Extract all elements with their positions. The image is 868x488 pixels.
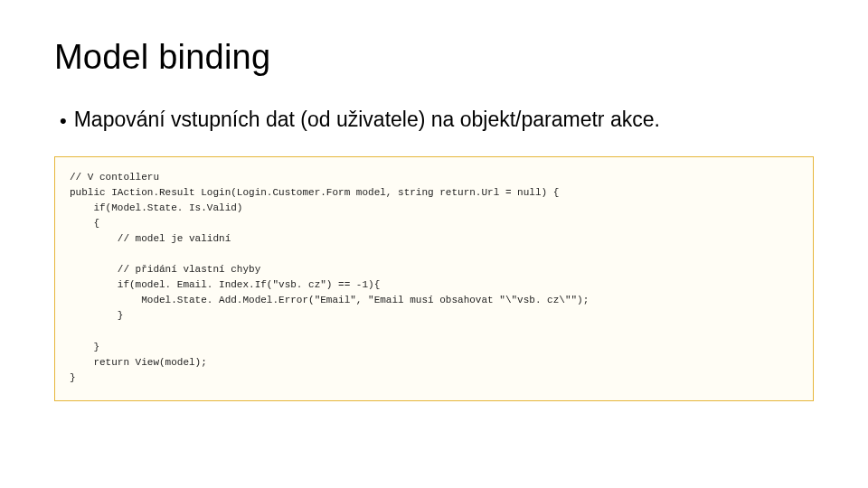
code-block: // V contolleru public IAction.Result Lo… [54, 156, 814, 401]
bullet-item: • Mapování vstupních dat (od uživatele) … [54, 108, 814, 133]
bullet-text: Mapování vstupních dat (od uživatele) na… [74, 108, 660, 132]
slide: Model binding • Mapování vstupních dat (… [0, 0, 868, 488]
bullet-dot-icon: • [60, 108, 67, 133]
slide-title: Model binding [54, 38, 814, 77]
